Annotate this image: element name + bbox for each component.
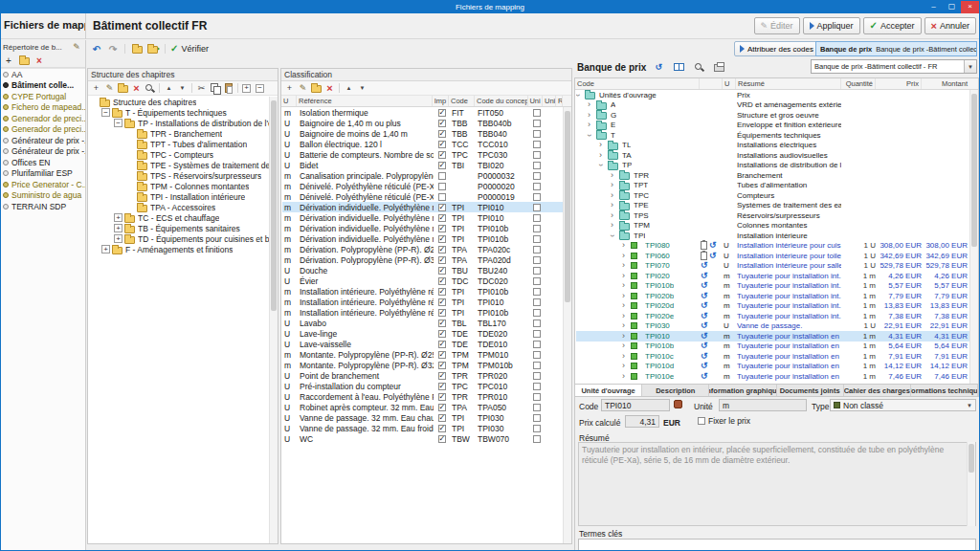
- print-checkbox[interactable]: [438, 267, 446, 275]
- classification-row[interactable]: m Dérivation individuelle. Polyéthylène …: [282, 233, 563, 244]
- price-bank-row[interactable]: TPM ↺ Colonnes montantes: [576, 221, 969, 231]
- price-bank-row[interactable]: TPI060 ↺ U Installation intérieure pour …: [576, 251, 969, 261]
- expander-icon[interactable]: [622, 372, 631, 381]
- uni-checkbox[interactable]: [533, 320, 541, 327]
- classification-row[interactable]: m Dérivation. Polypropylène (PP-R). Ø25.…: [282, 244, 563, 254]
- classification-row[interactable]: m Dérivation. Polypropylène (PP-R). Ø32.…: [282, 254, 563, 265]
- move-down-button[interactable]: ▼: [176, 82, 189, 95]
- refresh-button[interactable]: ↺: [651, 60, 666, 74]
- uni-checkbox[interactable]: [533, 277, 541, 285]
- expander-icon[interactable]: [622, 281, 631, 290]
- classification-scrollbar[interactable]: [563, 107, 571, 543]
- print-checkbox[interactable]: [438, 372, 446, 380]
- classification-row[interactable]: U Robinet après compteur. 32 mm. Eau fro…: [282, 402, 563, 412]
- sort-up-button[interactable]: ▲: [343, 82, 355, 95]
- open-row-button[interactable]: [310, 82, 323, 95]
- uni-checkbox[interactable]: [533, 414, 541, 422]
- edit-chapter-button[interactable]: ✎: [103, 82, 116, 95]
- uni-checkbox[interactable]: [533, 362, 541, 369]
- price-bank-row[interactable]: TPI010 ↺ m Tuyauterie pour installation …: [576, 331, 969, 342]
- price-bank-row[interactable]: TPI030 ↺ U Vanne de passage. 1 U 22,91 E…: [576, 321, 969, 332]
- column-summary[interactable]: Résumé: [736, 78, 841, 89]
- delete-file-button[interactable]: ×: [33, 55, 46, 67]
- expander-icon[interactable]: [101, 108, 110, 117]
- price-bank-selector-tab[interactable]: Banque de prix Banque de prix -Bâtiment …: [815, 41, 977, 56]
- expander-icon[interactable]: [622, 352, 631, 361]
- price-bank-row[interactable]: TPI010d ↺ m Tuyauterie pour installation…: [576, 362, 969, 372]
- verify-button[interactable]: ✓ Vérifier: [170, 44, 209, 54]
- edit-row-button[interactable]: ✎: [297, 82, 309, 95]
- accept-button[interactable]: ✓Accepter: [863, 17, 922, 34]
- maximize-button[interactable]: ▢: [943, 1, 961, 13]
- collapse-tree-button[interactable]: [255, 82, 267, 95]
- column-uni2[interactable]: Uni: [543, 96, 556, 106]
- print-checkbox[interactable]: [438, 404, 446, 411]
- price-bank-dropdown[interactable]: Banque de prix -Bâtiment collectif - FR …: [811, 59, 977, 74]
- print-checkbox[interactable]: [438, 235, 446, 243]
- print-checkbox[interactable]: [438, 172, 446, 180]
- print-checkbox[interactable]: [438, 109, 446, 117]
- price-bank-row[interactable]: TPI070 ↺ U Installation intérieure pour …: [576, 261, 969, 272]
- uni-checkbox[interactable]: [533, 330, 541, 338]
- chapters-scrollbar[interactable]: [269, 97, 278, 543]
- price-bank-row[interactable]: TP ↺ Installations de distribution de l'…: [576, 161, 969, 171]
- classification-row[interactable]: U Évier TDC TDC020: [282, 276, 563, 286]
- classification-row[interactable]: m Dérivation individuelle. Polyéthylène …: [282, 202, 563, 212]
- uni-checkbox[interactable]: [533, 393, 541, 401]
- classification-row[interactable]: U Pré-installation du compteur TPC TPC01…: [282, 381, 563, 391]
- print-checkbox[interactable]: [438, 435, 446, 443]
- classification-row[interactable]: m Isolation thermique FIT FIT050: [282, 107, 563, 118]
- search-button[interactable]: [691, 60, 706, 74]
- expander-icon[interactable]: [588, 100, 596, 109]
- copy-button[interactable]: [209, 82, 221, 95]
- expand-tree-button[interactable]: [241, 82, 254, 95]
- undo-button[interactable]: ↶: [90, 43, 103, 55]
- classification-row[interactable]: m Dérivation individuelle. Polyéthylène …: [282, 223, 563, 233]
- detail-tab[interactable]: Documents joints: [777, 385, 844, 396]
- assign-codes-button[interactable]: Attribuer des codes: [734, 41, 819, 56]
- mapping-file-item[interactable]: Price Generator - C...: [1, 179, 85, 190]
- price-bank-row[interactable]: TPI010e ↺ m Tuyauterie pour installation…: [576, 371, 969, 382]
- mapping-file-item[interactable]: CYPE Portugal: [1, 91, 85, 102]
- chapter-node[interactable]: TPR - Branchement: [89, 128, 269, 139]
- price-bank-row[interactable]: TPE ↺ Systèmes de traitement des eaux: [576, 201, 969, 211]
- export-button[interactable]: [146, 43, 160, 55]
- classification-row[interactable]: m Montante. Polypropylène (PP-R). Ø25. E…: [282, 349, 563, 360]
- classification-row[interactable]: U Ballon électrique. 120 l TCC TCC010: [282, 139, 563, 149]
- expander-icon[interactable]: [622, 312, 631, 320]
- expander-icon[interactable]: [622, 342, 631, 350]
- uni-checkbox[interactable]: [533, 235, 541, 243]
- expander-icon[interactable]: [622, 261, 631, 270]
- paste-button[interactable]: [222, 82, 234, 95]
- print-checkbox[interactable]: [438, 351, 446, 359]
- mapping-file-item[interactable]: Generador de preci...: [1, 124, 85, 136]
- uni-checkbox[interactable]: [533, 435, 541, 443]
- cancel-button[interactable]: ×Annuler: [924, 17, 976, 34]
- print-checkbox[interactable]: [438, 288, 446, 296]
- expander-icon[interactable]: [588, 111, 596, 120]
- uni-checkbox[interactable]: [533, 120, 541, 127]
- summary-scrollbar[interactable]: [967, 442, 975, 526]
- mapping-file-item[interactable]: Generador de preci...: [1, 113, 85, 124]
- uni-checkbox[interactable]: [533, 425, 541, 432]
- chapter-node[interactable]: TPA - Accessoires: [89, 202, 269, 212]
- print-checkbox[interactable]: [438, 320, 446, 327]
- uni-checkbox[interactable]: [533, 130, 541, 138]
- sort-down-button[interactable]: ▼: [356, 82, 368, 95]
- expander-icon[interactable]: [622, 321, 631, 330]
- print-checkbox[interactable]: [438, 393, 446, 401]
- import-button[interactable]: [130, 43, 144, 55]
- price-bank-row[interactable]: TL ↺ Installations électriques: [576, 141, 969, 151]
- column-u[interactable]: U: [723, 78, 736, 89]
- classification-row[interactable]: m Dénivelé. Polyéthylène réticulé (PE-X)…: [282, 181, 563, 191]
- price-bank-row[interactable]: TPI010b ↺ m Tuyauterie pour installation…: [576, 342, 969, 352]
- classification-row[interactable]: U Batterie de compteurs. Nombre de sorti…: [282, 149, 563, 160]
- column-imp[interactable]: Imp: [433, 96, 449, 106]
- uni-checkbox[interactable]: [533, 183, 541, 190]
- print-checkbox[interactable]: [438, 277, 446, 285]
- classification-row[interactable]: U Lave-vaisselle TDE TDE010: [282, 339, 563, 349]
- print-button[interactable]: [711, 60, 726, 74]
- print-checkbox[interactable]: [438, 204, 446, 211]
- mapping-file-item[interactable]: TERRAIN SDP: [1, 201, 85, 212]
- uni-checkbox[interactable]: [533, 151, 541, 159]
